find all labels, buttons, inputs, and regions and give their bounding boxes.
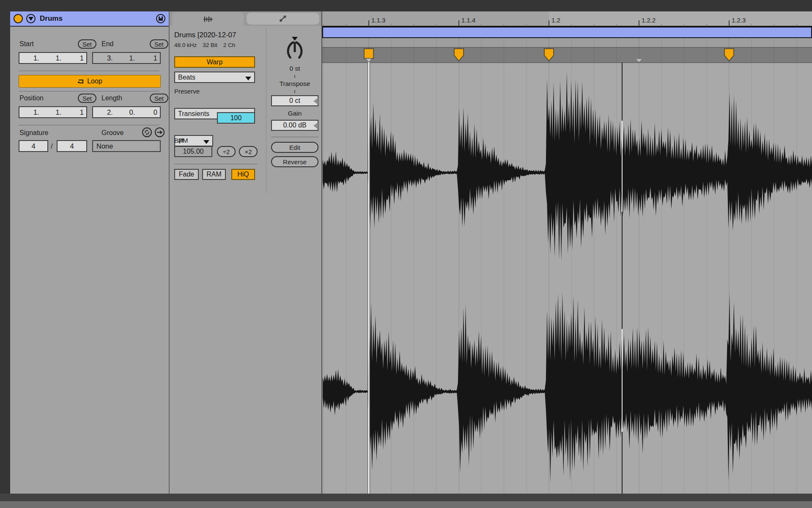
launch-triangle-icon — [28, 17, 33, 21]
bottom-frame-strip — [0, 494, 812, 501]
position-set-button[interactable]: Set — [78, 94, 96, 103]
end-label: End — [102, 40, 113, 48]
warp-marker-icon — [203, 16, 213, 23]
divider — [174, 164, 258, 164]
channel-count: 2 Ch — [223, 42, 236, 48]
length-set-button[interactable]: Set — [150, 94, 168, 103]
bit-depth: 32 Bit — [203, 42, 217, 48]
svg-text:1.2.3: 1.2.3 — [732, 17, 746, 24]
hiq-button[interactable]: HiQ — [231, 169, 255, 180]
clip-launch-button[interactable] — [26, 14, 36, 23]
signature-separator: / — [51, 143, 52, 150]
signature-denominator-field[interactable]: 4 — [57, 140, 87, 152]
start-field[interactable]: 1. 1. 1 — [19, 52, 87, 64]
detune-field[interactable]: 0 ct — [271, 95, 318, 106]
groove-field[interactable]: None — [92, 140, 161, 152]
save-default-clip-button[interactable] — [156, 14, 165, 23]
transpose-label: Transpose — [268, 80, 322, 88]
signature-label: Signature — [19, 129, 49, 137]
divider — [19, 91, 159, 91]
hot-swap-icon — [144, 130, 150, 135]
svg-text:1.2.2: 1.2.2 — [642, 17, 656, 24]
signature-numerator-field[interactable]: 4 — [19, 140, 48, 152]
sample-editor[interactable]: 1.1.31.1.41.21.2.21.2.3 — [322, 11, 812, 494]
ableton-clip-view: Drums Start Set End Set 1. 1. 1 3. 1. 1 — [0, 0, 812, 508]
half-tempo-button[interactable]: ÷2 — [217, 146, 236, 157]
groove-label: Groove — [102, 129, 123, 137]
gain-label: Gain — [268, 110, 322, 117]
sample-info: 48.0 kHz 32 Bit 2 Ch — [174, 42, 235, 48]
reverse-button[interactable]: Reverse — [271, 156, 318, 167]
loop-button[interactable]: Loop — [19, 75, 161, 88]
tab-sample[interactable] — [172, 12, 244, 26]
end-set-button[interactable]: Set — [150, 39, 168, 49]
svg-text:1.1.3: 1.1.3 — [371, 17, 385, 24]
divider — [271, 137, 318, 137]
start-set-button[interactable]: Set — [78, 39, 96, 49]
tick — [294, 90, 295, 93]
clip-panel: Drums Start Set End Set 1. 1. 1 3. 1. 1 — [10, 11, 170, 494]
floppy-icon — [159, 17, 163, 21]
commit-groove-button[interactable] — [155, 127, 165, 137]
sample-panel: Drums [2020-12-07 48.0 kHz 32 Bit 2 Ch W… — [170, 11, 322, 494]
position-field[interactable]: 1. 1. 1 — [19, 106, 87, 118]
end-field[interactable]: 3. 1. 1 — [92, 52, 161, 64]
slider-handle-icon[interactable] — [313, 98, 318, 105]
clip-title: Drums — [40, 14, 63, 23]
loop-icon — [77, 79, 84, 84]
fade-button[interactable]: Fade — [174, 169, 199, 180]
chevron-down-icon — [245, 77, 251, 80]
bpm-field[interactable]: 105.00 — [174, 146, 212, 157]
zero-line — [323, 391, 812, 392]
tab-envelopes[interactable] — [247, 13, 319, 25]
sample-tab-band — [170, 11, 321, 26]
position-label: Position — [19, 94, 44, 102]
arrow-right-icon — [157, 130, 162, 135]
transient-resolution-field[interactable]: 100 — [217, 112, 255, 124]
envelopes-icon — [279, 15, 287, 22]
scrub-area[interactable] — [322, 38, 812, 47]
status-strip — [0, 501, 812, 508]
transpose-knob[interactable] — [280, 33, 309, 62]
gain-field[interactable]: 0.00 dB — [271, 120, 318, 131]
preserve-label: Preserve — [174, 88, 200, 95]
divider — [19, 71, 159, 71]
knob-pointer-triangle — [292, 37, 298, 41]
waveform-display[interactable]: 1.1.31.1.41.21.2.21.2.3 — [322, 11, 812, 494]
sample-file-name[interactable]: Drums [2020-12-07 — [174, 31, 266, 39]
sample-rate: 48.0 kHz — [174, 42, 197, 48]
warp-button[interactable]: Warp — [174, 56, 255, 68]
svg-text:1.1.4: 1.1.4 — [461, 17, 475, 24]
hot-swap-groove-button[interactable] — [142, 127, 152, 137]
divider — [266, 28, 266, 193]
divider — [19, 125, 159, 125]
bpm-label: BPM — [174, 137, 188, 144]
double-tempo-button[interactable]: ×2 — [239, 146, 258, 157]
transpose-value[interactable]: 0 st — [268, 65, 322, 72]
svg-text:1.2: 1.2 — [551, 17, 560, 24]
loop-brace[interactable] — [322, 27, 812, 38]
zero-line — [323, 172, 812, 173]
chevron-down-icon — [203, 140, 209, 144]
slider-handle-icon[interactable] — [313, 122, 318, 129]
edit-button[interactable]: Edit — [271, 142, 318, 153]
warp-mode-dropdown[interactable]: Beats — [174, 72, 255, 83]
warp-marker-lane[interactable] — [322, 47, 812, 63]
ram-button[interactable]: RAM — [202, 169, 226, 180]
length-field[interactable]: 2. 0. 0 — [92, 106, 161, 118]
tick — [294, 75, 295, 78]
start-label: Start — [19, 40, 34, 48]
clip-activator-icon[interactable] — [14, 14, 23, 23]
length-label: Length — [102, 94, 122, 102]
clip-title-bar[interactable]: Drums — [10, 11, 169, 27]
